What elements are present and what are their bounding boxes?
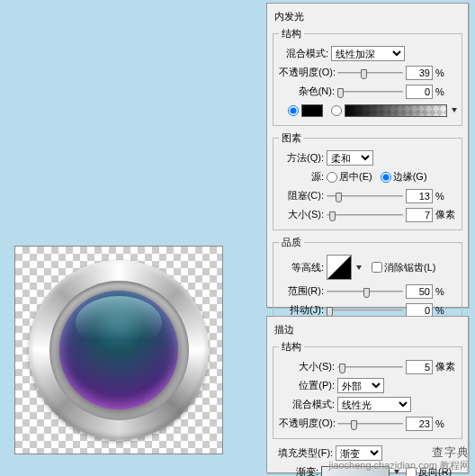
- range-input[interactable]: [406, 284, 433, 299]
- elements-legend: 图素: [279, 131, 304, 145]
- source-edge-radio[interactable]: 边缘(G): [381, 170, 427, 184]
- opacity-slider[interactable]: [337, 66, 403, 80]
- gradient-dropdown-icon[interactable]: [452, 108, 457, 112]
- noise-unit: %: [435, 86, 457, 97]
- method-select[interactable]: 柔和: [327, 150, 373, 166]
- gradient-radio[interactable]: [331, 105, 342, 116]
- source-label: 源:: [279, 170, 324, 184]
- opacity-label: 不透明度(O):: [279, 66, 335, 79]
- size-label: 大小(S):: [279, 208, 324, 221]
- inner-ring: [49, 281, 189, 420]
- elements-group: 图素 方法(Q): 柔和 源: 居中(E) 边缘(G) 阻塞(C): % 大小(…: [273, 131, 462, 230]
- structure-legend: 结构: [279, 27, 304, 40]
- antialias-checkbox[interactable]: 消除锯齿(L): [372, 261, 435, 274]
- opacity-input[interactable]: [406, 66, 433, 80]
- contour-picker[interactable]: [327, 255, 352, 280]
- contour-dropdown-icon[interactable]: [356, 265, 362, 270]
- blend-mode-select[interactable]: 线性加深: [331, 46, 405, 61]
- sopacity-unit: %: [435, 418, 457, 429]
- stroke-structure-legend: 结构: [279, 340, 304, 354]
- sopacity-slider[interactable]: [337, 417, 403, 431]
- quality-group: 品质 等高线: 消除锯齿(L) 范围(R): % 抖动(J): %: [273, 236, 462, 326]
- preview-canvas: [14, 246, 223, 454]
- ssize-slider[interactable]: [337, 360, 403, 374]
- sopacity-label: 不透明度(O):: [279, 417, 335, 430]
- choke-unit: %: [435, 191, 457, 202]
- ssize-label: 大小(S):: [279, 360, 335, 373]
- gradient-bar[interactable]: [345, 104, 447, 117]
- sblend-select[interactable]: 线性光: [337, 397, 411, 412]
- filltype-label: 填充类型(F):: [278, 446, 333, 460]
- panel2-title: 描边: [274, 323, 462, 337]
- gem-core: [59, 291, 178, 409]
- ssize-input[interactable]: [406, 360, 433, 374]
- size-unit: 像素: [435, 208, 457, 221]
- ssize-unit: 像素: [435, 360, 457, 373]
- contour-label: 等高线:: [279, 261, 324, 274]
- gradient-label: 渐变:: [278, 465, 318, 476]
- choke-label: 阻塞(C):: [279, 189, 324, 202]
- color-swatch[interactable]: [301, 104, 323, 117]
- range-unit: %: [435, 286, 457, 297]
- source-center-radio[interactable]: 居中(E): [327, 170, 372, 184]
- jitter-unit: %: [435, 305, 457, 316]
- quality-legend: 品质: [279, 236, 304, 249]
- jitter-label: 抖动(J):: [279, 303, 324, 317]
- choke-input[interactable]: [406, 189, 433, 203]
- inner-glow-panel: 内发光 结构 混合模式: 线性加深 不透明度(O): % 杂色(N): %: [266, 3, 469, 308]
- range-slider[interactable]: [327, 284, 403, 299]
- blend-label: 混合模式:: [279, 47, 328, 60]
- noise-slider[interactable]: [337, 85, 403, 99]
- stroke-structure-group: 结构 大小(S): 像素 位置(P): 外部 混合模式: 线性光 不透明度(O)…: [273, 340, 462, 439]
- structure-group: 结构 混合模式: 线性加深 不透明度(O): % 杂色(N): %: [273, 27, 462, 126]
- noise-input[interactable]: [406, 85, 433, 99]
- sblend-label: 混合模式:: [279, 398, 335, 411]
- choke-slider[interactable]: [327, 189, 403, 203]
- range-label: 范围(R):: [279, 284, 324, 298]
- method-label: 方法(Q):: [279, 151, 324, 165]
- noise-label: 杂色(N):: [279, 85, 335, 98]
- sopacity-input[interactable]: [406, 417, 433, 431]
- position-label: 位置(P):: [279, 379, 335, 392]
- opacity-unit: %: [435, 67, 457, 78]
- size-slider[interactable]: [327, 208, 403, 222]
- size-input[interactable]: [406, 208, 433, 222]
- color-radio[interactable]: [288, 105, 299, 116]
- panel-title: 内发光: [274, 10, 462, 23]
- watermark: 查字典 jiaocheng.chazidian.com 教程网: [328, 445, 470, 472]
- chrome-ring: [29, 260, 209, 440]
- position-select[interactable]: 外部: [337, 378, 384, 393]
